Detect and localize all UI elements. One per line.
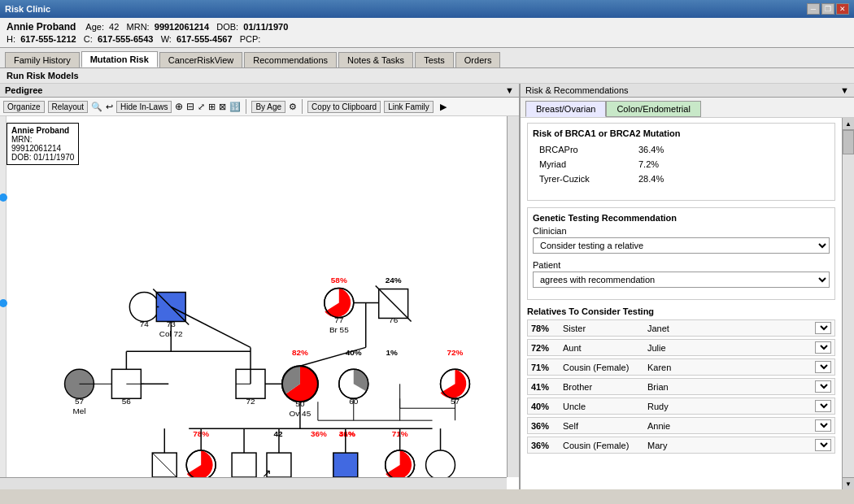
rel-select-0[interactable]: ▼ bbox=[815, 322, 831, 334]
pedigree-panel: Pedigree ▼ Organize Relayout 🔍 ↩ Hide In… bbox=[0, 84, 521, 489]
brca-val-0: 36.4% bbox=[634, 143, 828, 156]
genetic-title: Genetic Testing Recommendation bbox=[533, 213, 830, 223]
app-title: Risk Clinic bbox=[5, 4, 50, 14]
run-risk-label: Run Risk Models bbox=[7, 71, 79, 80]
toolbar-icon-9[interactable]: ⚙ bbox=[289, 102, 297, 112]
close-button[interactable]: ✕ bbox=[836, 3, 849, 15]
organize-button[interactable]: Organize bbox=[3, 101, 45, 113]
rel-rel-0: Sister bbox=[563, 324, 644, 333]
right-panel-title: Risk & Recommendations bbox=[525, 85, 629, 95]
pedigree-scrollbar-h[interactable] bbox=[0, 477, 507, 489]
patient-age-group: Age: 42 MRN: 99912061214 DOB: 01/11/1970 bbox=[85, 22, 288, 32]
risk-tab-bar: Breast/Ovarian Colon/Endometrial bbox=[521, 98, 854, 118]
rel-rel-4: Uncle bbox=[563, 402, 644, 411]
dob-value: 01/11/1970 bbox=[243, 22, 288, 32]
risk-tab-colon-endometrial[interactable]: Colon/Endometrial bbox=[606, 101, 701, 117]
rel-select-4[interactable]: ▼ bbox=[815, 400, 831, 412]
rel-rel-3: Brother bbox=[563, 382, 644, 392]
toolbar-icon-8[interactable]: 🔢 bbox=[229, 102, 241, 112]
scroll-up-btn[interactable]: ▲ bbox=[843, 118, 854, 130]
risk-tab-breast-ovarian[interactable]: Breast/Ovarian bbox=[525, 101, 606, 117]
relatives-title: Relatives To Consider Testing bbox=[527, 306, 835, 316]
by-age-button[interactable]: By Age bbox=[251, 101, 285, 113]
minimize-button[interactable]: ─ bbox=[807, 3, 820, 15]
rel-name-3: Brian bbox=[647, 382, 812, 392]
restore-button[interactable]: ❐ bbox=[821, 3, 834, 15]
right-panel: Risk & Recommendations ▼ Breast/Ovarian … bbox=[521, 84, 854, 489]
rel-name-6: Mary bbox=[647, 441, 812, 450]
copy-clipboard-button[interactable]: Copy to Clipboard bbox=[307, 101, 381, 113]
toolbar-icon-2[interactable]: ↩ bbox=[106, 102, 113, 112]
w-label: W: bbox=[161, 34, 172, 44]
rel-pct-0: 78% bbox=[531, 324, 560, 333]
relative-row-2: 71% Cousin (Female) Karen ▼ bbox=[527, 358, 835, 376]
rel-pct-3: 41% bbox=[531, 382, 560, 392]
run-risk-bar: Run Risk Models bbox=[0, 68, 854, 84]
toolbar-icon-5[interactable]: ⤢ bbox=[198, 102, 205, 112]
left-nav-dots bbox=[0, 116, 7, 477]
genetic-testing-section: Genetic Testing Recommendation Clinician… bbox=[527, 207, 835, 300]
tab-cancer-risk-view[interactable]: CancerRiskView bbox=[159, 52, 243, 67]
relayout-button[interactable]: Relayout bbox=[48, 101, 88, 113]
toolbar-icon-10[interactable]: ▶ bbox=[440, 102, 447, 112]
c-value: 617-555-6543 bbox=[98, 34, 154, 44]
relative-row-1: 72% Aunt Julie ▼ bbox=[527, 339, 835, 356]
gm-mat-cancer: Br 55 bbox=[329, 325, 349, 334]
pedigree-scrollbar-v[interactable] bbox=[507, 116, 519, 477]
pedigree-toolbar: Organize Relayout 🔍 ↩ Hide In-Laws ⊕ ⊟ ⤢… bbox=[0, 98, 519, 116]
right-scrollbar[interactable]: ▲ ▼ bbox=[842, 118, 854, 489]
tab-notes-tasks[interactable]: Notes & Tasks bbox=[338, 52, 413, 67]
h-value: 617-555-1212 bbox=[20, 34, 76, 44]
relative-row-3: 41% Brother Brian ▼ bbox=[527, 378, 835, 395]
rel-select-2[interactable]: ▼ bbox=[815, 361, 831, 373]
right-panel-collapse[interactable]: ▼ bbox=[840, 85, 849, 95]
toolbar-icon-1[interactable]: 🔍 bbox=[91, 102, 102, 112]
toolbar-icon-3[interactable]: ⊕ bbox=[175, 101, 183, 112]
pedigree-collapse-button[interactable]: ▼ bbox=[505, 85, 514, 95]
brca-table: BRCAPro 36.4% Myriad 7.2% Tyrer-Cuzick 2… bbox=[533, 141, 830, 187]
hide-inlaws-button[interactable]: Hide In-Laws bbox=[116, 101, 172, 113]
h-label: H: bbox=[7, 34, 15, 44]
person-31r[interactable] bbox=[426, 450, 455, 480]
patient-name: Annie Proband bbox=[7, 21, 76, 33]
patient-select[interactable]: agrees with recommendation bbox=[533, 272, 830, 288]
brca-val-2: 28.4% bbox=[634, 172, 828, 185]
brca-title: Risk of BRCA1 or BRCA2 Mutation bbox=[533, 128, 830, 138]
person-gm-pat[interactable] bbox=[129, 293, 159, 322]
toolbar-icon-7[interactable]: ⊠ bbox=[219, 102, 226, 112]
toolbar-icon-6[interactable]: ⊞ bbox=[208, 102, 216, 112]
rel-pct-6: 36% bbox=[531, 441, 560, 450]
clinician-select[interactable]: Consider testing a relative bbox=[533, 237, 830, 254]
scroll-down-btn[interactable]: ▼ bbox=[843, 477, 854, 489]
link-family-button[interactable]: Link Family bbox=[384, 101, 434, 113]
rel-rel-1: Aunt bbox=[563, 343, 644, 353]
dob-label: DOB: bbox=[216, 22, 238, 32]
scroll-thumb[interactable] bbox=[843, 130, 854, 154]
gf-mat-age: 76 bbox=[389, 315, 399, 324]
tab-family-history[interactable]: Family History bbox=[5, 52, 80, 67]
line-gp-to-p bbox=[171, 306, 251, 347]
patient-group: Patient agrees with recommendation bbox=[533, 260, 830, 288]
tab-mutation-risk[interactable]: Mutation Risk bbox=[81, 51, 158, 67]
pcp-label: PCP: bbox=[240, 34, 261, 44]
clinician-label: Clinician bbox=[533, 226, 830, 236]
pct-42: 42 bbox=[273, 429, 283, 438]
rel-select-1[interactable]: ▼ bbox=[815, 341, 831, 354]
toolbar-icon-4[interactable]: ⊟ bbox=[186, 101, 194, 112]
person-35[interactable] bbox=[232, 453, 256, 477]
person-brian[interactable] bbox=[333, 453, 358, 477]
mrn-value: 99912061214 bbox=[155, 22, 209, 32]
rel-select-6[interactable]: ▼ bbox=[815, 439, 831, 451]
mel-name: Mel bbox=[72, 406, 85, 415]
tab-recommendations[interactable]: Recommendations bbox=[244, 52, 337, 67]
clinician-group: Clinician Consider testing a relative bbox=[533, 226, 830, 254]
rel-select-5[interactable]: ▼ bbox=[815, 419, 831, 432]
tab-orders[interactable]: Orders bbox=[455, 52, 501, 67]
tab-tests[interactable]: Tests bbox=[415, 52, 454, 67]
rel-select-3[interactable]: ▼ bbox=[815, 380, 831, 393]
pedigree-panel-header: Pedigree ▼ bbox=[0, 84, 519, 98]
gf-mat-pct: 24% bbox=[386, 276, 402, 285]
brca-tool-0: BRCAPro bbox=[534, 143, 632, 156]
age-label: Age: bbox=[85, 22, 104, 32]
mel-age: 57 bbox=[75, 397, 85, 406]
